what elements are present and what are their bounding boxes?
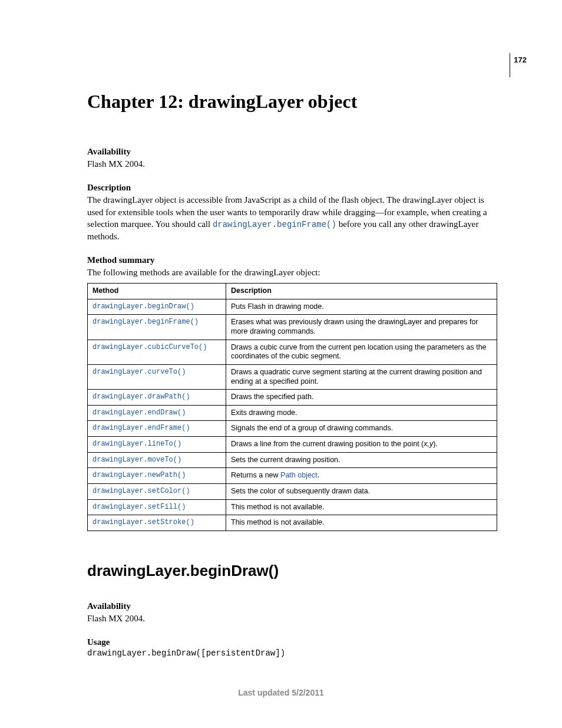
- method-description: Puts Flash in drawing mode.: [226, 299, 497, 315]
- table-row: drawingLayer.beginFrame()Erases what was…: [88, 315, 497, 340]
- api-availability-label: Availability: [87, 601, 497, 611]
- method-link[interactable]: drawingLayer.curveTo(): [88, 364, 226, 389]
- method-link[interactable]: drawingLayer.lineTo(): [88, 437, 226, 453]
- method-summary-label: Method summary: [87, 255, 497, 265]
- table-row: drawingLayer.setFill()This method is not…: [88, 499, 497, 515]
- method-link[interactable]: drawingLayer.drawPath(): [88, 390, 226, 406]
- method-description: Sets the color of subsequently drawn dat…: [226, 483, 497, 499]
- table-row: drawingLayer.moveTo()Sets the current dr…: [88, 452, 497, 468]
- description-text: The drawingLayer object is accessible fr…: [87, 194, 497, 242]
- method-link[interactable]: drawingLayer.newPath(): [88, 468, 226, 484]
- method-link[interactable]: drawingLayer.cubicCurveTo(): [88, 340, 226, 364]
- method-link[interactable]: drawingLayer.setFill(): [88, 499, 226, 515]
- header-description: Description: [226, 284, 497, 299]
- method-description: Exits drawing mode.: [226, 405, 497, 421]
- desc-link[interactable]: Path object: [280, 471, 318, 479]
- table-row: drawingLayer.curveTo()Draws a quadratic …: [88, 364, 497, 389]
- method-link[interactable]: drawingLayer.setColor(): [88, 483, 226, 499]
- method-link[interactable]: drawingLayer.endFrame(): [88, 421, 226, 437]
- table-row: drawingLayer.lineTo()Draws a line from t…: [88, 437, 497, 453]
- method-description: Sets the current drawing position.: [226, 452, 497, 468]
- table-row: drawingLayer.drawPath()Draws the specifi…: [88, 390, 497, 406]
- availability-label: Availability: [87, 147, 497, 157]
- method-link[interactable]: drawingLayer.endDraw(): [88, 405, 226, 421]
- method-summary-intro: The following methods are available for …: [87, 266, 497, 278]
- description-label: Description: [87, 183, 497, 193]
- header-method: Method: [88, 284, 226, 299]
- method-description: This method is not available.: [226, 515, 497, 531]
- chapter-title: Chapter 12: drawingLayer object: [87, 91, 497, 113]
- table-row: drawingLayer.endFrame()Signals the end o…: [88, 421, 497, 437]
- table-row: drawingLayer.endDraw()Exits drawing mode…: [88, 405, 497, 421]
- method-link[interactable]: drawingLayer.beginDraw(): [88, 299, 226, 315]
- method-description: Returns a new Path object.: [226, 468, 497, 484]
- table-row: drawingLayer.setStroke()This method is n…: [88, 515, 497, 531]
- table-row: drawingLayer.beginDraw()Puts Flash in dr…: [88, 299, 497, 315]
- method-description: Draws a line from the current drawing po…: [226, 437, 497, 453]
- desc-pre: Draws a line from the current drawing po…: [231, 440, 424, 448]
- method-description: Erases what was previously drawn using t…: [226, 315, 497, 340]
- page-number: 172: [510, 53, 527, 77]
- api-heading: drawingLayer.beginDraw(): [87, 562, 497, 580]
- api-usage-label: Usage: [87, 637, 497, 647]
- desc-post: ).: [433, 440, 438, 448]
- desc-post: .: [318, 471, 319, 479]
- method-link[interactable]: drawingLayer.beginFrame(): [88, 315, 226, 340]
- api-availability-text: Flash MX 2004.: [87, 612, 497, 624]
- table-row: drawingLayer.setColor()Sets the color of…: [88, 483, 497, 499]
- desc-pre: Returns a new: [231, 471, 280, 479]
- method-description: Draws a cubic curve from the current pen…: [226, 340, 497, 364]
- availability-text: Flash MX 2004.: [87, 158, 497, 170]
- description-code-link[interactable]: drawingLayer.beginFrame(): [213, 220, 336, 229]
- footer-last-updated: Last updated 5/2/2011: [0, 688, 562, 697]
- method-description: Signals the end of a group of drawing co…: [226, 421, 497, 437]
- page-content: Chapter 12: drawingLayer object Availabi…: [0, 0, 562, 694]
- api-usage-code: drawingLayer.beginDraw([persistentDraw]): [87, 648, 497, 658]
- method-summary-table: Method Description drawingLayer.beginDra…: [87, 283, 497, 531]
- desc-italic: x,y: [424, 440, 433, 448]
- method-description: Draws the specified path.: [226, 390, 497, 406]
- method-description: This method is not available.: [226, 499, 497, 515]
- table-row: drawingLayer.cubicCurveTo()Draws a cubic…: [88, 340, 497, 364]
- table-header-row: Method Description: [88, 284, 497, 299]
- method-link[interactable]: drawingLayer.moveTo(): [88, 452, 226, 468]
- method-link[interactable]: drawingLayer.setStroke(): [88, 515, 226, 531]
- method-description: Draws a quadratic curve segment starting…: [226, 364, 497, 389]
- table-row: drawingLayer.newPath()Returns a new Path…: [88, 468, 497, 484]
